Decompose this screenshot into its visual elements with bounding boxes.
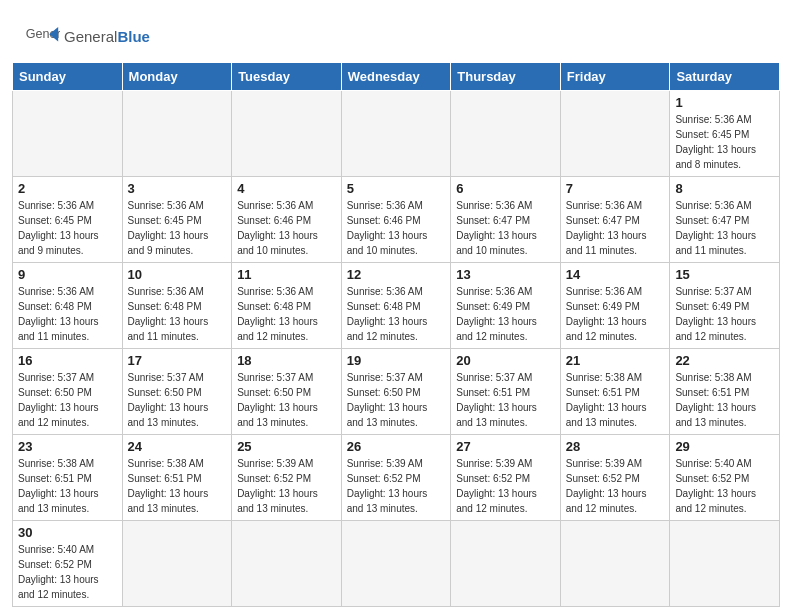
- calendar-cell: 17Sunrise: 5:37 AM Sunset: 6:50 PM Dayli…: [122, 349, 232, 435]
- day-info: Sunrise: 5:36 AM Sunset: 6:46 PM Dayligh…: [237, 198, 336, 258]
- day-number: 21: [566, 353, 665, 368]
- day-info: Sunrise: 5:36 AM Sunset: 6:47 PM Dayligh…: [456, 198, 555, 258]
- day-number: 18: [237, 353, 336, 368]
- calendar-cell: 10Sunrise: 5:36 AM Sunset: 6:48 PM Dayli…: [122, 263, 232, 349]
- weekday-header-row: SundayMondayTuesdayWednesdayThursdayFrid…: [13, 63, 780, 91]
- day-number: 19: [347, 353, 446, 368]
- calendar-cell: [560, 91, 670, 177]
- day-number: 22: [675, 353, 774, 368]
- day-number: 28: [566, 439, 665, 454]
- calendar-week-row: 2Sunrise: 5:36 AM Sunset: 6:45 PM Daylig…: [13, 177, 780, 263]
- day-number: 10: [128, 267, 227, 282]
- day-number: 3: [128, 181, 227, 196]
- day-info: Sunrise: 5:37 AM Sunset: 6:49 PM Dayligh…: [675, 284, 774, 344]
- calendar-cell: 28Sunrise: 5:39 AM Sunset: 6:52 PM Dayli…: [560, 435, 670, 521]
- day-number: 27: [456, 439, 555, 454]
- day-info: Sunrise: 5:36 AM Sunset: 6:45 PM Dayligh…: [18, 198, 117, 258]
- day-info: Sunrise: 5:36 AM Sunset: 6:47 PM Dayligh…: [566, 198, 665, 258]
- weekday-header-monday: Monday: [122, 63, 232, 91]
- calendar-table: SundayMondayTuesdayWednesdayThursdayFrid…: [12, 62, 780, 607]
- day-number: 23: [18, 439, 117, 454]
- weekday-header-thursday: Thursday: [451, 63, 561, 91]
- day-number: 29: [675, 439, 774, 454]
- weekday-header-saturday: Saturday: [670, 63, 780, 91]
- calendar-week-row: 1Sunrise: 5:36 AM Sunset: 6:45 PM Daylig…: [13, 91, 780, 177]
- calendar-week-row: 30Sunrise: 5:40 AM Sunset: 6:52 PM Dayli…: [13, 521, 780, 607]
- calendar-cell: 3Sunrise: 5:36 AM Sunset: 6:45 PM Daylig…: [122, 177, 232, 263]
- day-number: 24: [128, 439, 227, 454]
- calendar-week-row: 9Sunrise: 5:36 AM Sunset: 6:48 PM Daylig…: [13, 263, 780, 349]
- calendar-cell: [451, 91, 561, 177]
- calendar-cell: [670, 521, 780, 607]
- day-number: 1: [675, 95, 774, 110]
- calendar-cell: 7Sunrise: 5:36 AM Sunset: 6:47 PM Daylig…: [560, 177, 670, 263]
- day-info: Sunrise: 5:36 AM Sunset: 6:48 PM Dayligh…: [128, 284, 227, 344]
- logo: General GeneralBlue: [24, 18, 150, 54]
- day-info: Sunrise: 5:39 AM Sunset: 6:52 PM Dayligh…: [237, 456, 336, 516]
- calendar-cell: 26Sunrise: 5:39 AM Sunset: 6:52 PM Dayli…: [341, 435, 451, 521]
- day-number: 26: [347, 439, 446, 454]
- day-number: 4: [237, 181, 336, 196]
- calendar-cell: 18Sunrise: 5:37 AM Sunset: 6:50 PM Dayli…: [232, 349, 342, 435]
- calendar-cell: 2Sunrise: 5:36 AM Sunset: 6:45 PM Daylig…: [13, 177, 123, 263]
- calendar-cell: 27Sunrise: 5:39 AM Sunset: 6:52 PM Dayli…: [451, 435, 561, 521]
- calendar-cell: 19Sunrise: 5:37 AM Sunset: 6:50 PM Dayli…: [341, 349, 451, 435]
- day-info: Sunrise: 5:36 AM Sunset: 6:48 PM Dayligh…: [237, 284, 336, 344]
- calendar-cell: [341, 521, 451, 607]
- calendar-cell: 11Sunrise: 5:36 AM Sunset: 6:48 PM Dayli…: [232, 263, 342, 349]
- day-info: Sunrise: 5:36 AM Sunset: 6:49 PM Dayligh…: [456, 284, 555, 344]
- day-number: 11: [237, 267, 336, 282]
- day-number: 6: [456, 181, 555, 196]
- calendar-cell: [341, 91, 451, 177]
- calendar-cell: 29Sunrise: 5:40 AM Sunset: 6:52 PM Dayli…: [670, 435, 780, 521]
- page-header: General GeneralBlue: [0, 0, 792, 62]
- day-info: Sunrise: 5:38 AM Sunset: 6:51 PM Dayligh…: [675, 370, 774, 430]
- day-info: Sunrise: 5:37 AM Sunset: 6:50 PM Dayligh…: [18, 370, 117, 430]
- weekday-header-sunday: Sunday: [13, 63, 123, 91]
- calendar-cell: 4Sunrise: 5:36 AM Sunset: 6:46 PM Daylig…: [232, 177, 342, 263]
- day-info: Sunrise: 5:40 AM Sunset: 6:52 PM Dayligh…: [675, 456, 774, 516]
- day-number: 9: [18, 267, 117, 282]
- calendar-cell: 25Sunrise: 5:39 AM Sunset: 6:52 PM Dayli…: [232, 435, 342, 521]
- day-number: 16: [18, 353, 117, 368]
- calendar-cell: 14Sunrise: 5:36 AM Sunset: 6:49 PM Dayli…: [560, 263, 670, 349]
- day-info: Sunrise: 5:36 AM Sunset: 6:45 PM Dayligh…: [675, 112, 774, 172]
- day-number: 25: [237, 439, 336, 454]
- day-number: 13: [456, 267, 555, 282]
- day-number: 2: [18, 181, 117, 196]
- day-number: 5: [347, 181, 446, 196]
- calendar-cell: [122, 521, 232, 607]
- day-info: Sunrise: 5:36 AM Sunset: 6:48 PM Dayligh…: [347, 284, 446, 344]
- day-info: Sunrise: 5:36 AM Sunset: 6:46 PM Dayligh…: [347, 198, 446, 258]
- calendar-cell: 24Sunrise: 5:38 AM Sunset: 6:51 PM Dayli…: [122, 435, 232, 521]
- calendar-week-row: 23Sunrise: 5:38 AM Sunset: 6:51 PM Dayli…: [13, 435, 780, 521]
- day-info: Sunrise: 5:39 AM Sunset: 6:52 PM Dayligh…: [456, 456, 555, 516]
- day-number: 12: [347, 267, 446, 282]
- calendar-cell: 13Sunrise: 5:36 AM Sunset: 6:49 PM Dayli…: [451, 263, 561, 349]
- logo-general: GeneralBlue: [64, 28, 150, 45]
- calendar-cell: 20Sunrise: 5:37 AM Sunset: 6:51 PM Dayli…: [451, 349, 561, 435]
- calendar-cell: 22Sunrise: 5:38 AM Sunset: 6:51 PM Dayli…: [670, 349, 780, 435]
- day-info: Sunrise: 5:37 AM Sunset: 6:51 PM Dayligh…: [456, 370, 555, 430]
- calendar-cell: 30Sunrise: 5:40 AM Sunset: 6:52 PM Dayli…: [13, 521, 123, 607]
- day-info: Sunrise: 5:38 AM Sunset: 6:51 PM Dayligh…: [18, 456, 117, 516]
- calendar-cell: 16Sunrise: 5:37 AM Sunset: 6:50 PM Dayli…: [13, 349, 123, 435]
- day-number: 30: [18, 525, 117, 540]
- weekday-header-wednesday: Wednesday: [341, 63, 451, 91]
- day-info: Sunrise: 5:38 AM Sunset: 6:51 PM Dayligh…: [128, 456, 227, 516]
- calendar-cell: 6Sunrise: 5:36 AM Sunset: 6:47 PM Daylig…: [451, 177, 561, 263]
- day-info: Sunrise: 5:37 AM Sunset: 6:50 PM Dayligh…: [237, 370, 336, 430]
- calendar-cell: [560, 521, 670, 607]
- day-info: Sunrise: 5:37 AM Sunset: 6:50 PM Dayligh…: [347, 370, 446, 430]
- calendar-cell: 23Sunrise: 5:38 AM Sunset: 6:51 PM Dayli…: [13, 435, 123, 521]
- day-number: 17: [128, 353, 227, 368]
- weekday-header-friday: Friday: [560, 63, 670, 91]
- day-number: 15: [675, 267, 774, 282]
- day-number: 20: [456, 353, 555, 368]
- calendar-cell: [451, 521, 561, 607]
- day-info: Sunrise: 5:36 AM Sunset: 6:47 PM Dayligh…: [675, 198, 774, 258]
- calendar-cell: 1Sunrise: 5:36 AM Sunset: 6:45 PM Daylig…: [670, 91, 780, 177]
- calendar-cell: 12Sunrise: 5:36 AM Sunset: 6:48 PM Dayli…: [341, 263, 451, 349]
- day-info: Sunrise: 5:40 AM Sunset: 6:52 PM Dayligh…: [18, 542, 117, 602]
- calendar-body: 1Sunrise: 5:36 AM Sunset: 6:45 PM Daylig…: [13, 91, 780, 607]
